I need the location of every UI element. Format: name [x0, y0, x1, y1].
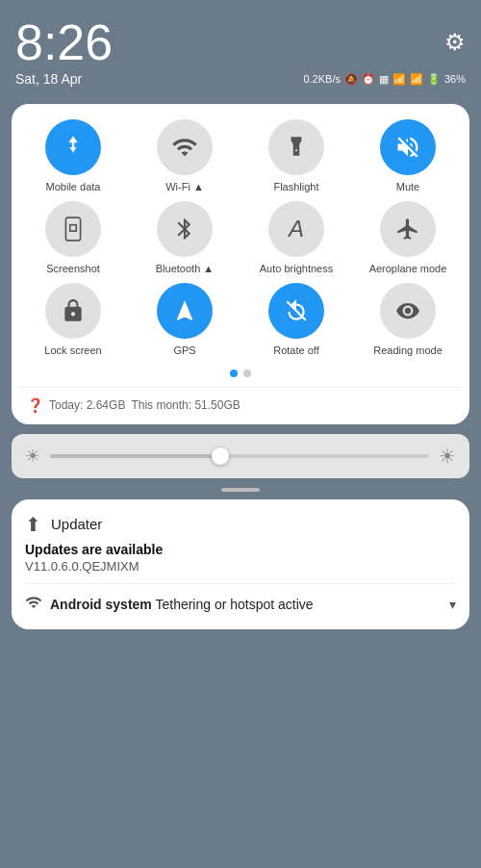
reading-mode-icon-circle[interactable] [380, 283, 436, 339]
status-time: 8:26 [15, 17, 113, 67]
battery-icon: 🔋 [427, 73, 441, 86]
wifi-label: Wi-Fi ▲ [165, 181, 204, 193]
data-usage-month: This month: 51.50GB [131, 398, 240, 412]
status-date: Sat, 18 Apr [15, 71, 82, 87]
pagination-dots [19, 370, 462, 377]
updater-notif-row: ⬆ Updater [25, 513, 456, 536]
flashlight-label: Flashlight [273, 181, 318, 193]
scroll-indicator [0, 488, 481, 492]
status-bar: 8:26 ⚙ [0, 0, 481, 71]
mobile-data-label: Mobile data [46, 181, 101, 193]
speed-indicator: 0.2KB/s [303, 73, 341, 85]
brightness-fill [50, 454, 220, 458]
bluetooth-label: Bluetooth ▲ [156, 263, 214, 275]
updater-title: Updater [51, 516, 102, 532]
qs-item-reading-mode[interactable]: Reading mode [354, 283, 462, 357]
mute-label: Mute [396, 181, 419, 193]
data-usage: ❓ Today: 2.64GB This month: 51.50GB [19, 387, 462, 413]
status-date-row: Sat, 18 Apr 0.2KB/s 🔕 ⏰ ▦ 📶 📶 🔋 36% [0, 71, 481, 96]
qs-item-gps[interactable]: GPS [131, 283, 239, 357]
scroll-pill [221, 488, 260, 492]
brightness-bar[interactable]: ☀ ☀ [12, 434, 469, 478]
qs-item-lock-screen[interactable]: Lock screen [19, 283, 127, 357]
brightness-low-icon: ☀ [25, 446, 40, 467]
qs-item-flashlight[interactable]: Flashlight [242, 119, 350, 193]
gps-label: GPS [173, 345, 195, 357]
qs-item-mute[interactable]: Mute [354, 119, 462, 193]
android-notif-row: Android system Tethering or hotspot acti… [25, 594, 456, 616]
sim-icon: ▦ [379, 73, 389, 86]
qs-item-aeroplane[interactable]: Aeroplane mode [354, 201, 462, 275]
rotate-icon-circle[interactable] [268, 283, 324, 339]
flashlight-icon-circle[interactable] [268, 119, 324, 175]
bluetooth-icon-circle[interactable] [157, 201, 213, 257]
aeroplane-icon-circle[interactable] [380, 201, 436, 257]
wifi-status-icon: 📶 [410, 73, 423, 86]
battery-level: 36% [444, 73, 466, 85]
wifi-icon-circle[interactable] [157, 119, 213, 175]
aeroplane-label: Aeroplane mode [369, 263, 447, 275]
updater-body: Updates are available [25, 542, 456, 557]
brightness-track[interactable] [50, 454, 429, 458]
lock-screen-label: Lock screen [44, 345, 101, 357]
android-bold-text: Android system [50, 597, 152, 612]
qs-item-rotate[interactable]: Rotate off [242, 283, 350, 357]
mute-icon-circle[interactable] [380, 119, 436, 175]
qs-item-auto-brightness[interactable]: A Auto brightness [242, 201, 350, 275]
brightness-thumb[interactable] [212, 447, 229, 465]
data-usage-today: Today: 2.64GB [49, 398, 125, 412]
reading-mode-label: Reading mode [373, 345, 443, 357]
data-usage-help-icon: ❓ [27, 397, 43, 413]
gps-icon-circle[interactable] [157, 283, 213, 339]
rotate-label: Rotate off [273, 345, 319, 357]
settings-icon[interactable]: ⚙ [444, 29, 466, 56]
qs-item-mobile-data[interactable]: Mobile data [19, 119, 127, 193]
qs-item-wifi[interactable]: Wi-Fi ▲ [131, 119, 239, 193]
dot-2[interactable] [243, 370, 251, 377]
auto-brightness-label: Auto brightness [260, 263, 333, 275]
dot-1[interactable] [230, 370, 238, 377]
lock-screen-icon-circle[interactable] [45, 283, 101, 339]
android-wifi-icon [25, 594, 42, 616]
auto-brightness-icon-circle[interactable]: A [268, 201, 324, 257]
qs-grid: Mobile data Wi-Fi ▲ Flashlight [19, 119, 462, 358]
brightness-high-icon: ☀ [439, 445, 456, 468]
screenshot-label: Screenshot [46, 263, 100, 275]
updater-version: V11.0.6.0.QEJMIXM [25, 559, 456, 574]
android-notif-text: Android system Tethering or hotspot acti… [50, 597, 314, 612]
mute-icon: 🔕 [344, 73, 358, 86]
quick-settings-card: Mobile data Wi-Fi ▲ Flashlight [12, 104, 469, 424]
qs-item-screenshot[interactable]: Screenshot [19, 201, 127, 275]
notif-divider [25, 583, 456, 584]
alarm-icon: ⏰ [362, 73, 375, 86]
svg-rect-0 [70, 225, 77, 232]
screenshot-icon-circle[interactable] [45, 201, 101, 257]
android-regular-text: Tethering or hotspot active [152, 597, 314, 612]
qs-item-bluetooth[interactable]: Bluetooth ▲ [131, 201, 239, 275]
updater-icon: ⬆ [25, 513, 41, 536]
mobile-data-icon[interactable] [45, 119, 101, 175]
status-icons: 0.2KB/s 🔕 ⏰ ▦ 📶 📶 🔋 36% [303, 73, 466, 86]
signal-icon: 📶 [392, 73, 406, 86]
notification-card: ⬆ Updater Updates are available V11.0.6.… [12, 499, 469, 629]
android-chevron-icon[interactable]: ▾ [449, 597, 456, 612]
